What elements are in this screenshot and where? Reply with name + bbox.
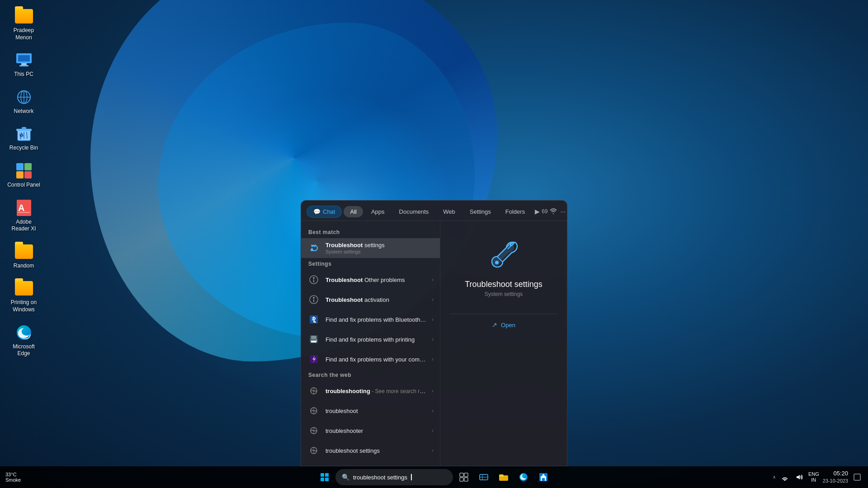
tab-apps[interactable]: Apps	[365, 206, 391, 217]
widgets-button[interactable]	[475, 468, 493, 486]
icon-label-pradeep: Pradeep Menon	[7, 27, 40, 41]
result-text-web-ts-settings: troubleshoot settings	[326, 447, 426, 454]
control-panel-icon	[15, 162, 33, 180]
svg-point-67	[784, 479, 785, 481]
tab-wifi-icon[interactable]	[550, 205, 557, 218]
result-item-web-troubleshooter[interactable]: troubleshooter ›	[301, 421, 440, 441]
keyboard-language[interactable]: ENG IN	[808, 471, 819, 483]
result-title-printing: Find and fix problems with printing	[326, 336, 426, 343]
result-item-other-problems[interactable]: Troubleshoot Other problems ›	[301, 270, 440, 290]
tab-more-icon[interactable]: ···	[561, 205, 566, 218]
result-item-web-troubleshoot-settings[interactable]: troubleshoot settings ›	[301, 441, 440, 460]
desktop-icon-recycle-bin[interactable]: ♻ Recycle Bin	[5, 122, 43, 155]
result-item-power[interactable]: Find and fix problems with your computer…	[301, 349, 440, 369]
svg-point-25	[313, 277, 315, 279]
tray-expand-button[interactable]: ∧	[773, 474, 776, 479]
result-arrow-printing: ›	[432, 336, 434, 343]
svg-rect-17	[16, 171, 24, 178]
result-title-settings: Troubleshoot settings	[326, 242, 434, 249]
system-clock[interactable]: 05:20 23-10-2023	[823, 469, 848, 485]
svg-rect-29	[313, 299, 314, 302]
folder-icon-pradeep	[15, 7, 33, 25]
desktop-icon-microsoft-edge[interactable]: Microsoft Edge	[5, 321, 43, 360]
tab-play-icon[interactable]: ▶	[535, 205, 540, 218]
result-icon-web-ts-settings	[307, 444, 320, 457]
icon-label-recycle-bin: Recycle Bin	[9, 145, 38, 152]
svg-rect-18	[24, 171, 32, 178]
task-view-button[interactable]	[455, 468, 473, 486]
open-button[interactable]: ↗ Open	[492, 319, 515, 330]
icon-label-network: Network	[14, 108, 33, 115]
volume-tray-icon[interactable]	[794, 472, 805, 483]
taskbar-search-bar[interactable]: 🔍 troubleshoot settings	[335, 469, 453, 485]
result-text-printing: Find and fix problems with printing	[326, 336, 426, 343]
svg-rect-21	[18, 212, 30, 213]
recycle-bin-icon: ♻	[15, 125, 33, 143]
result-icon-activation	[307, 293, 320, 306]
search-overlay: 💬 Chat All Apps Documents Web Settings F…	[301, 200, 567, 466]
svg-rect-16	[24, 163, 32, 170]
result-title-power: Find and fix problems with your computer…	[326, 356, 426, 363]
result-arrow-web-troubleshooter: ›	[432, 427, 434, 434]
svg-rect-3	[19, 65, 28, 66]
desktop-icon-printing-windows[interactable]: Printing on Windows	[5, 277, 43, 316]
result-arrow-web-ts-settings: ›	[432, 447, 434, 454]
svg-rect-55	[460, 473, 463, 477]
tab-all[interactable]: All	[344, 206, 363, 217]
svg-rect-15	[16, 163, 24, 170]
result-item-troubleshoot-settings[interactable]: Troubleshoot settings System settings	[301, 238, 440, 258]
result-item-printing[interactable]: Find and fix problems with printing ›	[301, 329, 440, 349]
svg-rect-10	[22, 127, 26, 129]
tab-count-badge: 69	[542, 205, 547, 218]
svg-rect-34	[311, 341, 316, 343]
icon-label-adobe-reader: Adobe Reader XI	[7, 219, 40, 233]
tab-web[interactable]: Web	[437, 206, 462, 217]
network-tray-icon[interactable]	[779, 472, 790, 483]
icon-label-this-pc: This PC	[14, 71, 33, 78]
taskbar-weather[interactable]: 33°C Smoke	[5, 472, 21, 483]
section-header-settings: Settings	[301, 258, 440, 270]
svg-rect-2	[21, 63, 27, 65]
desktop-icon-adobe-reader[interactable]: A Adobe Reader XI	[5, 196, 43, 235]
desktop-icon-network[interactable]: Network	[5, 85, 43, 118]
desktop-icons-container: Pradeep Menon This PC	[5, 5, 43, 360]
file-explorer-button[interactable]	[495, 468, 513, 486]
notification-button[interactable]	[852, 472, 863, 483]
start-button[interactable]	[316, 468, 334, 486]
desktop-icon-random[interactable]: Random	[5, 240, 43, 272]
result-arrow-bluetooth: ›	[432, 316, 434, 323]
result-subtitle-settings: System settings	[326, 249, 434, 254]
edge-taskbar-button[interactable]	[514, 468, 533, 486]
taskbar-search-icon: 🔍	[342, 474, 349, 481]
svg-point-28	[313, 297, 315, 299]
result-arrow-activation: ›	[432, 296, 434, 303]
result-text-web-troubleshooting: troubleshooting - See more search result…	[326, 388, 426, 394]
tab-chat[interactable]: 💬 Chat	[307, 206, 342, 218]
result-arrow-other-problems: ›	[432, 277, 434, 283]
result-item-activation[interactable]: Troubleshoot activation ›	[301, 290, 440, 310]
tab-documents[interactable]: Documents	[393, 206, 435, 217]
tab-folders[interactable]: Folders	[499, 206, 531, 217]
network-icon	[15, 88, 33, 106]
weather-label: Smoke	[5, 477, 21, 483]
chat-icon: 💬	[313, 208, 321, 215]
result-item-web-troubleshoot[interactable]: troubleshoot ›	[301, 401, 440, 421]
store-taskbar-button[interactable]	[534, 468, 552, 486]
pc-icon	[15, 51, 33, 69]
result-text-power: Find and fix problems with your computer…	[326, 356, 426, 363]
result-icon-bluetooth	[307, 313, 320, 326]
tab-settings[interactable]: Settings	[463, 206, 497, 217]
clock-date: 23-10-2023	[823, 478, 848, 484]
svg-point-35	[316, 340, 317, 341]
result-icon-other-problems	[307, 273, 320, 286]
search-cursor	[411, 474, 412, 480]
desktop-icon-pradeep-menon[interactable]: Pradeep Menon	[5, 5, 43, 44]
result-item-bluetooth[interactable]: Find and fix problems with Bluetooth dev…	[301, 310, 440, 329]
temperature-label: 33°C	[5, 472, 21, 477]
svg-rect-68	[854, 474, 860, 480]
desktop-icon-this-pc[interactable]: This PC	[5, 48, 43, 81]
desktop-icon-control-panel[interactable]: Control Panel	[5, 159, 43, 192]
result-text-bluetooth: Find and fix problems with Bluetooth dev…	[326, 316, 426, 323]
icon-label-random: Random	[14, 263, 34, 270]
result-item-web-troubleshooting[interactable]: troubleshooting - See more search result…	[301, 381, 440, 401]
